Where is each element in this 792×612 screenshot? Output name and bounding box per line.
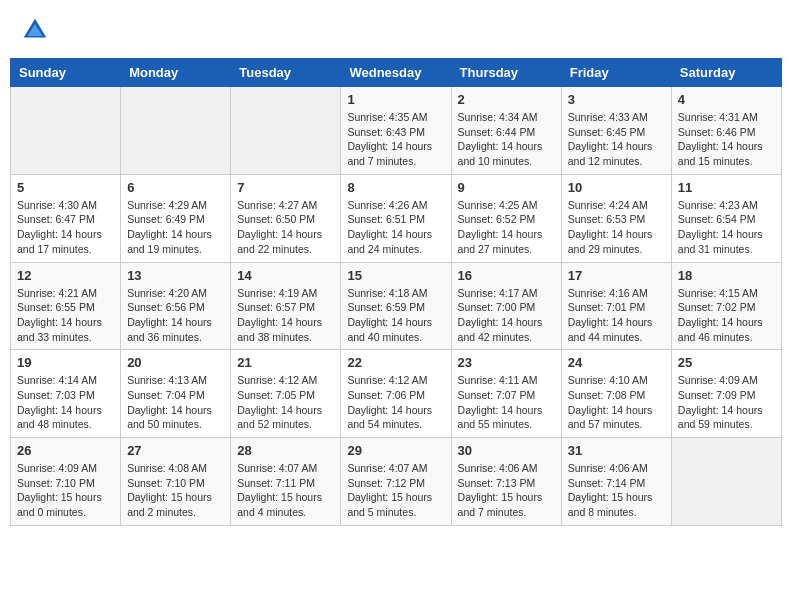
calendar-week-row: 19Sunrise: 4:14 AM Sunset: 7:03 PM Dayli… (11, 350, 782, 438)
calendar-cell: 21Sunrise: 4:12 AM Sunset: 7:05 PM Dayli… (231, 350, 341, 438)
calendar-cell (671, 438, 781, 526)
calendar-cell: 8Sunrise: 4:26 AM Sunset: 6:51 PM Daylig… (341, 174, 451, 262)
day-number: 16 (458, 268, 555, 283)
day-info: Sunrise: 4:31 AM Sunset: 6:46 PM Dayligh… (678, 110, 775, 169)
calendar-cell: 14Sunrise: 4:19 AM Sunset: 6:57 PM Dayli… (231, 262, 341, 350)
day-number: 20 (127, 355, 224, 370)
calendar-cell: 19Sunrise: 4:14 AM Sunset: 7:03 PM Dayli… (11, 350, 121, 438)
day-number: 17 (568, 268, 665, 283)
calendar-cell: 18Sunrise: 4:15 AM Sunset: 7:02 PM Dayli… (671, 262, 781, 350)
calendar-cell: 4Sunrise: 4:31 AM Sunset: 6:46 PM Daylig… (671, 87, 781, 175)
day-number: 21 (237, 355, 334, 370)
day-info: Sunrise: 4:30 AM Sunset: 6:47 PM Dayligh… (17, 198, 114, 257)
day-number: 31 (568, 443, 665, 458)
day-number: 4 (678, 92, 775, 107)
day-of-week-header: Tuesday (231, 59, 341, 87)
calendar-cell (11, 87, 121, 175)
day-info: Sunrise: 4:09 AM Sunset: 7:09 PM Dayligh… (678, 373, 775, 432)
calendar-week-row: 1Sunrise: 4:35 AM Sunset: 6:43 PM Daylig… (11, 87, 782, 175)
day-number: 28 (237, 443, 334, 458)
day-number: 8 (347, 180, 444, 195)
day-info: Sunrise: 4:06 AM Sunset: 7:13 PM Dayligh… (458, 461, 555, 520)
calendar-cell: 7Sunrise: 4:27 AM Sunset: 6:50 PM Daylig… (231, 174, 341, 262)
day-number: 13 (127, 268, 224, 283)
day-info: Sunrise: 4:14 AM Sunset: 7:03 PM Dayligh… (17, 373, 114, 432)
day-info: Sunrise: 4:33 AM Sunset: 6:45 PM Dayligh… (568, 110, 665, 169)
day-info: Sunrise: 4:27 AM Sunset: 6:50 PM Dayligh… (237, 198, 334, 257)
day-number: 18 (678, 268, 775, 283)
day-number: 10 (568, 180, 665, 195)
day-of-week-header: Sunday (11, 59, 121, 87)
day-info: Sunrise: 4:23 AM Sunset: 6:54 PM Dayligh… (678, 198, 775, 257)
day-number: 11 (678, 180, 775, 195)
calendar-cell: 30Sunrise: 4:06 AM Sunset: 7:13 PM Dayli… (451, 438, 561, 526)
calendar-cell: 2Sunrise: 4:34 AM Sunset: 6:44 PM Daylig… (451, 87, 561, 175)
day-of-week-header: Saturday (671, 59, 781, 87)
day-info: Sunrise: 4:12 AM Sunset: 7:06 PM Dayligh… (347, 373, 444, 432)
day-number: 6 (127, 180, 224, 195)
day-info: Sunrise: 4:09 AM Sunset: 7:10 PM Dayligh… (17, 461, 114, 520)
day-number: 22 (347, 355, 444, 370)
day-info: Sunrise: 4:18 AM Sunset: 6:59 PM Dayligh… (347, 286, 444, 345)
calendar-cell: 22Sunrise: 4:12 AM Sunset: 7:06 PM Dayli… (341, 350, 451, 438)
day-info: Sunrise: 4:34 AM Sunset: 6:44 PM Dayligh… (458, 110, 555, 169)
calendar-cell: 3Sunrise: 4:33 AM Sunset: 6:45 PM Daylig… (561, 87, 671, 175)
day-number: 12 (17, 268, 114, 283)
day-info: Sunrise: 4:13 AM Sunset: 7:04 PM Dayligh… (127, 373, 224, 432)
day-info: Sunrise: 4:24 AM Sunset: 6:53 PM Dayligh… (568, 198, 665, 257)
calendar-cell: 6Sunrise: 4:29 AM Sunset: 6:49 PM Daylig… (121, 174, 231, 262)
day-of-week-header: Wednesday (341, 59, 451, 87)
logo-icon (20, 15, 50, 45)
day-info: Sunrise: 4:25 AM Sunset: 6:52 PM Dayligh… (458, 198, 555, 257)
calendar-cell: 29Sunrise: 4:07 AM Sunset: 7:12 PM Dayli… (341, 438, 451, 526)
day-info: Sunrise: 4:12 AM Sunset: 7:05 PM Dayligh… (237, 373, 334, 432)
logo (20, 15, 54, 45)
day-number: 5 (17, 180, 114, 195)
calendar-cell: 13Sunrise: 4:20 AM Sunset: 6:56 PM Dayli… (121, 262, 231, 350)
day-info: Sunrise: 4:17 AM Sunset: 7:00 PM Dayligh… (458, 286, 555, 345)
day-of-week-header: Friday (561, 59, 671, 87)
calendar-cell: 20Sunrise: 4:13 AM Sunset: 7:04 PM Dayli… (121, 350, 231, 438)
day-number: 14 (237, 268, 334, 283)
calendar-table: SundayMondayTuesdayWednesdayThursdayFrid… (10, 58, 782, 526)
calendar-cell (231, 87, 341, 175)
calendar-cell: 15Sunrise: 4:18 AM Sunset: 6:59 PM Dayli… (341, 262, 451, 350)
day-number: 3 (568, 92, 665, 107)
days-of-week-row: SundayMondayTuesdayWednesdayThursdayFrid… (11, 59, 782, 87)
calendar-cell: 12Sunrise: 4:21 AM Sunset: 6:55 PM Dayli… (11, 262, 121, 350)
day-number: 26 (17, 443, 114, 458)
day-number: 1 (347, 92, 444, 107)
calendar-cell: 25Sunrise: 4:09 AM Sunset: 7:09 PM Dayli… (671, 350, 781, 438)
day-info: Sunrise: 4:11 AM Sunset: 7:07 PM Dayligh… (458, 373, 555, 432)
day-info: Sunrise: 4:15 AM Sunset: 7:02 PM Dayligh… (678, 286, 775, 345)
page-header (10, 10, 782, 50)
day-number: 7 (237, 180, 334, 195)
day-number: 2 (458, 92, 555, 107)
calendar-cell: 17Sunrise: 4:16 AM Sunset: 7:01 PM Dayli… (561, 262, 671, 350)
day-info: Sunrise: 4:07 AM Sunset: 7:11 PM Dayligh… (237, 461, 334, 520)
calendar-week-row: 12Sunrise: 4:21 AM Sunset: 6:55 PM Dayli… (11, 262, 782, 350)
calendar-cell: 27Sunrise: 4:08 AM Sunset: 7:10 PM Dayli… (121, 438, 231, 526)
day-number: 29 (347, 443, 444, 458)
day-number: 24 (568, 355, 665, 370)
calendar-cell: 31Sunrise: 4:06 AM Sunset: 7:14 PM Dayli… (561, 438, 671, 526)
day-info: Sunrise: 4:19 AM Sunset: 6:57 PM Dayligh… (237, 286, 334, 345)
day-info: Sunrise: 4:06 AM Sunset: 7:14 PM Dayligh… (568, 461, 665, 520)
calendar-cell: 10Sunrise: 4:24 AM Sunset: 6:53 PM Dayli… (561, 174, 671, 262)
day-of-week-header: Monday (121, 59, 231, 87)
calendar-week-row: 5Sunrise: 4:30 AM Sunset: 6:47 PM Daylig… (11, 174, 782, 262)
day-of-week-header: Thursday (451, 59, 561, 87)
day-number: 30 (458, 443, 555, 458)
day-info: Sunrise: 4:08 AM Sunset: 7:10 PM Dayligh… (127, 461, 224, 520)
day-info: Sunrise: 4:07 AM Sunset: 7:12 PM Dayligh… (347, 461, 444, 520)
day-info: Sunrise: 4:20 AM Sunset: 6:56 PM Dayligh… (127, 286, 224, 345)
day-info: Sunrise: 4:10 AM Sunset: 7:08 PM Dayligh… (568, 373, 665, 432)
calendar-cell: 26Sunrise: 4:09 AM Sunset: 7:10 PM Dayli… (11, 438, 121, 526)
day-number: 19 (17, 355, 114, 370)
calendar-cell: 16Sunrise: 4:17 AM Sunset: 7:00 PM Dayli… (451, 262, 561, 350)
day-info: Sunrise: 4:26 AM Sunset: 6:51 PM Dayligh… (347, 198, 444, 257)
day-number: 15 (347, 268, 444, 283)
calendar-cell: 1Sunrise: 4:35 AM Sunset: 6:43 PM Daylig… (341, 87, 451, 175)
calendar-cell: 11Sunrise: 4:23 AM Sunset: 6:54 PM Dayli… (671, 174, 781, 262)
day-number: 9 (458, 180, 555, 195)
